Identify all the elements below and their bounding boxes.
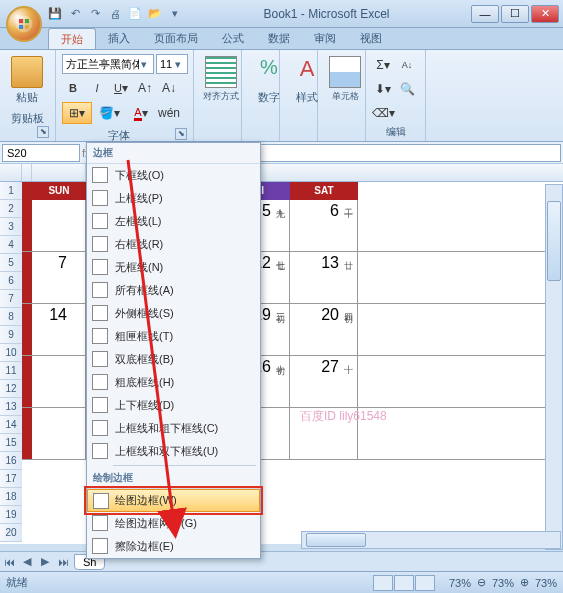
calendar-cell[interactable] [32, 408, 86, 459]
zoom-in-button[interactable]: ⊕ [520, 576, 529, 589]
vertical-scrollbar[interactable] [545, 184, 563, 550]
fill-color-button[interactable]: 🪣▾ [94, 102, 124, 124]
row-header[interactable]: 11 [0, 362, 22, 380]
tab-nav-prev[interactable]: ◀ [18, 553, 36, 571]
horizontal-scrollbar[interactable] [301, 531, 561, 549]
clear-button[interactable]: ⌫▾ [372, 102, 394, 124]
underline-button[interactable]: U▾ [110, 77, 132, 99]
border-menu-item[interactable]: 双底框线(B) [87, 348, 260, 371]
tab-nav-last[interactable]: ⏭ [54, 553, 72, 571]
alignment-button[interactable]: 对齐方式 [200, 54, 242, 105]
tab-review[interactable]: 审阅 [302, 28, 348, 49]
redo-icon[interactable]: ↷ [86, 5, 104, 23]
border-menu-item[interactable]: 粗匣框线(T) [87, 325, 260, 348]
font-color-button[interactable]: A▾ [126, 102, 156, 124]
view-layout-button[interactable] [394, 575, 414, 591]
border-menu-item[interactable]: 上框线和双下框线(U) [87, 440, 260, 463]
border-menu-item[interactable]: 左框线(L) [87, 210, 260, 233]
tab-nav-first[interactable]: ⏮ [0, 553, 18, 571]
calendar-cell[interactable] [32, 356, 86, 407]
row-header[interactable]: 9 [0, 326, 22, 344]
col-a[interactable] [22, 164, 32, 181]
row-header[interactable]: 5 [0, 254, 22, 272]
worksheet[interactable]: 1234567891011121314151617181920 SUNEDTHU… [0, 164, 563, 544]
sort-button[interactable]: A↓ [396, 54, 418, 76]
border-menu-item[interactable]: 擦除边框(E) [87, 535, 260, 558]
scroll-thumb[interactable] [547, 201, 561, 281]
border-menu-item[interactable]: 下框线(O) [87, 164, 260, 187]
tab-nav-next[interactable]: ▶ [36, 553, 54, 571]
row-header[interactable]: 20 [0, 524, 22, 542]
tab-formulas[interactable]: 公式 [210, 28, 256, 49]
border-menu-item[interactable]: 绘图边框(W) [87, 489, 260, 512]
office-button[interactable] [6, 6, 42, 42]
font-launcher[interactable]: ⬊ [175, 128, 187, 140]
calendar-cell[interactable]: 20初四 [290, 304, 358, 355]
select-all-corner[interactable] [0, 164, 22, 181]
zoom-level[interactable]: 73% [449, 577, 471, 589]
row-header[interactable]: 4 [0, 236, 22, 254]
print-icon[interactable]: 🖨 [106, 5, 124, 23]
clipboard-launcher[interactable]: ⬊ [37, 126, 49, 138]
calendar-cell[interactable]: 7 [32, 252, 86, 303]
shrink-font-button[interactable]: A↓ [158, 77, 180, 99]
sum-button[interactable]: Σ▾ [372, 54, 394, 76]
row-header[interactable]: 6 [0, 272, 22, 290]
phonetic-button[interactable]: wén [158, 102, 180, 124]
grow-font-button[interactable]: A↑ [134, 77, 156, 99]
row-header[interactable]: 17 [0, 470, 22, 488]
undo-icon[interactable]: ↶ [66, 5, 84, 23]
row-header[interactable]: 13 [0, 398, 22, 416]
close-button[interactable]: ✕ [531, 5, 559, 23]
tab-data[interactable]: 数据 [256, 28, 302, 49]
calendar-cell[interactable]: 13廿 [290, 252, 358, 303]
font-name-combo[interactable]: 方正兰亭黑简体▾ [62, 54, 154, 74]
border-menu-item[interactable]: 粗底框线(H) [87, 371, 260, 394]
qat-more-icon[interactable]: ▾ [166, 5, 184, 23]
zoom-out-button[interactable]: ⊖ [477, 576, 486, 589]
minimize-button[interactable]: — [471, 5, 499, 23]
italic-button[interactable]: I [86, 77, 108, 99]
font-size-combo[interactable]: 11▾ [156, 54, 188, 74]
row-header[interactable]: 8 [0, 308, 22, 326]
tab-home[interactable]: 开始 [48, 28, 96, 49]
cells-button[interactable]: 单元格 [324, 54, 366, 105]
fill-button[interactable]: ⬇▾ [372, 78, 394, 100]
row-header[interactable]: 18 [0, 488, 22, 506]
row-header[interactable]: 15 [0, 434, 22, 452]
bold-button[interactable]: B [62, 77, 84, 99]
scroll-thumb[interactable] [306, 533, 366, 547]
row-header[interactable]: 19 [0, 506, 22, 524]
border-menu-item[interactable]: 上下框线(D) [87, 394, 260, 417]
view-normal-button[interactable] [373, 575, 393, 591]
row-header[interactable]: 12 [0, 380, 22, 398]
save-icon[interactable]: 💾 [46, 5, 64, 23]
row-header[interactable]: 3 [0, 218, 22, 236]
col-b[interactable] [32, 164, 86, 181]
tab-insert[interactable]: 插入 [96, 28, 142, 49]
border-menu-item[interactable]: 上框线和粗下框线(C) [87, 417, 260, 440]
calendar-cell[interactable]: 14 [32, 304, 86, 355]
maximize-button[interactable]: ☐ [501, 5, 529, 23]
calendar-cell[interactable]: 6二十 [290, 200, 358, 251]
border-menu-item[interactable]: 无框线(N) [87, 256, 260, 279]
open-icon[interactable]: 📂 [146, 5, 164, 23]
calendar-cell[interactable] [290, 408, 358, 459]
border-menu-item[interactable]: 所有框线(A) [87, 279, 260, 302]
tab-view[interactable]: 视图 [348, 28, 394, 49]
tab-layout[interactable]: 页面布局 [142, 28, 210, 49]
row-header[interactable]: 10 [0, 344, 22, 362]
paste-button[interactable]: 粘贴 [6, 54, 48, 107]
row-header[interactable]: 7 [0, 290, 22, 308]
border-menu-item[interactable]: 外侧框线(S) [87, 302, 260, 325]
row-header[interactable]: 1 [0, 182, 22, 200]
row-header[interactable]: 16 [0, 452, 22, 470]
border-menu-item[interactable]: 右框线(R) [87, 233, 260, 256]
borders-button[interactable]: ⊞▾ [62, 102, 92, 124]
border-menu-item[interactable]: 上框线(P) [87, 187, 260, 210]
row-header[interactable]: 14 [0, 416, 22, 434]
border-menu-item[interactable]: 绘图边框网格(G) [87, 512, 260, 535]
find-button[interactable]: 🔍 [396, 78, 418, 100]
new-icon[interactable]: 📄 [126, 5, 144, 23]
row-header[interactable]: 2 [0, 200, 22, 218]
